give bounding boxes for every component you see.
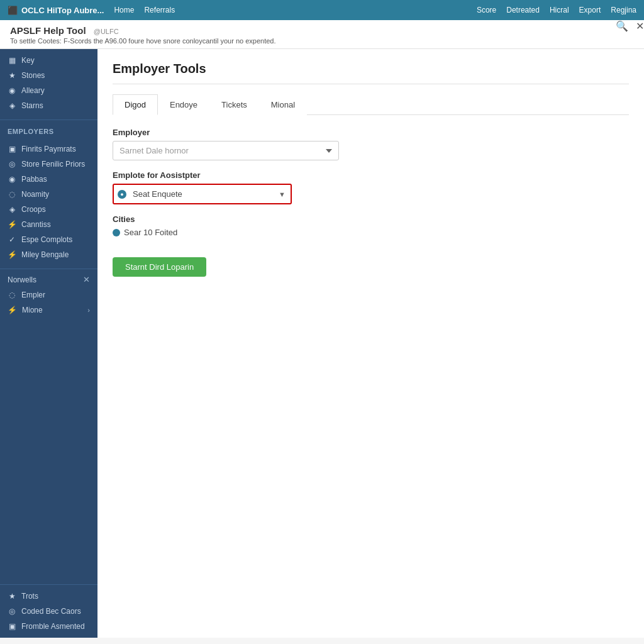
tabs-container: Digod Endoye Tickets Mional: [113, 94, 629, 115]
sidebar-label-alleary: Alleary: [21, 86, 45, 95]
empler-icon: ◌: [8, 291, 16, 299]
noamity-icon: ◌: [8, 190, 16, 199]
sidebar-item-store[interactable]: ◎ Store Fenilic Priors: [0, 157, 97, 172]
sidebar-label-key: Key: [21, 56, 35, 65]
sidebar-item-finrits[interactable]: ▣ Finrits Paymrats: [0, 142, 97, 157]
sidebar-label-stones: Stones: [21, 71, 45, 80]
sidebar-item-coded[interactable]: ◎ Coded Bec Caors: [0, 604, 97, 619]
employers-section-header: Employers: [0, 123, 97, 138]
tab-digod[interactable]: Digod: [113, 94, 158, 115]
sidebar-item-noamity[interactable]: ◌ Noamity: [0, 187, 97, 202]
brand-logo: ⬛ OCLC HilTop Aubre...: [8, 6, 104, 15]
sidebar-label-fromble: Fromble Asmented: [21, 622, 85, 631]
nav-score[interactable]: Score: [477, 6, 496, 14]
cities-field-section: Cities Sear 10 Foited: [113, 214, 629, 237]
close-icon[interactable]: ✕: [636, 20, 644, 32]
trots-icon: ★: [8, 592, 16, 601]
mione-arrow-icon: ›: [87, 306, 90, 314]
croops-icon: ◈: [8, 205, 16, 214]
coded-icon: ◎: [8, 607, 16, 616]
finrits-icon: ▣: [8, 145, 16, 153]
employer-field-section: Employer Sarnet Dale hornor: [113, 128, 629, 160]
pabbas-icon: ◉: [8, 175, 16, 184]
stones-icon: ★: [8, 71, 16, 80]
sidebar-item-croops[interactable]: ◈ Croops: [0, 202, 97, 217]
cities-value: Sear 10 Foited: [124, 228, 177, 237]
sidebar-main-section: ▦ Key ★ Stones ◉ Alleary ◈ Starns: [0, 49, 97, 117]
sidebar-label-finrits: Finrits Paymrats: [21, 145, 76, 153]
sidebar-label-espe: Espe Complots: [21, 235, 72, 244]
page-divider: [113, 84, 629, 84]
sidebar-item-canntiss[interactable]: ⚡ Canntiss: [0, 217, 97, 232]
sidebar-label-empler: Empler: [21, 291, 45, 299]
mione-left: ⚡ Mione: [8, 306, 43, 314]
sidebar-label-canntiss: Canntiss: [21, 220, 51, 229]
cities-item: Sear 10 Foited: [113, 228, 629, 237]
sidebar-item-miley[interactable]: ⚡ Miley Bengale: [0, 247, 97, 262]
sidebar-employers-section: ▣ Finrits Paymrats ◎ Store Fenilic Prior…: [0, 138, 97, 266]
sidebar-item-alleary[interactable]: ◉ Alleary: [0, 83, 97, 98]
nav-referrals[interactable]: Referrals: [144, 6, 175, 14]
employee-field-section: Emplote for Aosistpter ● Seat Enquete ▼: [113, 170, 629, 204]
sidebar-item-stones[interactable]: ★ Stones: [0, 68, 97, 83]
employee-select[interactable]: Seat Enquete: [113, 184, 292, 204]
sidebar-item-empler[interactable]: ◌ Empler: [0, 287, 97, 303]
employer-label: Employer: [113, 128, 629, 137]
app-title-text: APSLF Help Tool: [10, 25, 86, 36]
sidebar-item-mione[interactable]: ⚡ Mione ›: [0, 303, 97, 318]
submit-button[interactable]: Starnt Dird Loparin: [113, 257, 206, 277]
top-nav-right: Score Detreated Hicral Export Regjina: [477, 6, 636, 14]
brand-name: OCLC HilTop Aubre...: [21, 6, 104, 15]
norwells-label: Norwells: [8, 275, 36, 284]
norwells-close-button[interactable]: ✕: [83, 275, 90, 284]
nav-regjina[interactable]: Regjina: [611, 6, 636, 14]
app-subtitle: To settle Cootes: F-Scords the A96.00 fo…: [10, 37, 634, 45]
alleary-icon: ◉: [8, 86, 16, 95]
employee-label: Emplote for Aosistpter: [113, 170, 629, 180]
nav-hicral[interactable]: Hicral: [550, 6, 569, 14]
sidebar-item-pabbas[interactable]: ◉ Pabbas: [0, 172, 97, 187]
cities-label: Cities: [113, 214, 629, 224]
sidebar-label-croops: Croops: [21, 205, 46, 214]
employer-select[interactable]: Sarnet Dale hornor: [113, 141, 339, 160]
tab-tickets[interactable]: Tickets: [209, 94, 259, 115]
nav-detreated[interactable]: Detreated: [506, 6, 540, 14]
search-icon[interactable]: 🔍: [616, 20, 628, 32]
sidebar-item-key[interactable]: ▦ Key: [0, 53, 97, 68]
store-icon: ◎: [8, 160, 16, 169]
fromble-icon: ▣: [8, 622, 16, 631]
sidebar-label-starns: Starns: [21, 101, 43, 110]
mione-icon: ⚡: [8, 306, 17, 314]
sidebar-label-mione: Mione: [22, 306, 43, 314]
tab-endoye[interactable]: Endoye: [158, 94, 209, 115]
sidebar-label-store: Store Fenilic Priors: [21, 160, 85, 169]
tab-mional[interactable]: Mional: [259, 94, 307, 115]
nav-export[interactable]: Export: [579, 6, 601, 14]
sidebar-item-starns[interactable]: ◈ Starns: [0, 98, 97, 113]
page-title: Employer Tools: [113, 62, 629, 76]
miley-icon: ⚡: [8, 250, 16, 259]
sidebar-item-trots[interactable]: ★ Trots: [0, 589, 97, 604]
app-badge: @ULFC: [94, 28, 119, 35]
norwells-row: Norwells ✕: [0, 272, 97, 287]
nav-home[interactable]: Home: [114, 6, 134, 14]
canntiss-icon: ⚡: [8, 220, 16, 229]
sidebar-label-coded: Coded Bec Caors: [21, 607, 81, 616]
sidebar-item-fromble[interactable]: ▣ Fromble Asmented: [0, 619, 97, 634]
main-layout: ▦ Key ★ Stones ◉ Alleary ◈ Starns Employ…: [0, 49, 644, 638]
app-title: APSLF Help Tool @ULFC: [10, 25, 634, 36]
brand-icon: ⬛: [8, 6, 18, 15]
main-content: Employer Tools Digod Endoye Tickets Mion…: [97, 49, 644, 638]
sidebar-label-miley: Miley Bengale: [21, 250, 69, 259]
top-nav: ⬛ OCLC HilTop Aubre... Home Referrals Sc…: [0, 0, 644, 20]
top-nav-left: ⬛ OCLC HilTop Aubre... Home Referrals: [8, 6, 175, 15]
sidebar-footer: ★ Trots ◎ Coded Bec Caors ▣ Fromble Asme…: [0, 584, 97, 638]
header-actions: 🔍 ✕: [616, 20, 644, 32]
app-header: 🔍 ✕ APSLF Help Tool @ULFC To settle Coot…: [0, 20, 644, 49]
cities-dot-icon: [113, 229, 120, 236]
employee-select-wrapper: ● Seat Enquete ▼: [113, 184, 292, 204]
starns-icon: ◈: [8, 101, 16, 110]
sidebar-label-noamity: Noamity: [21, 190, 49, 199]
sidebar-label-pabbas: Pabbas: [21, 175, 47, 184]
sidebar-item-espe[interactable]: ✓ Espe Complots: [0, 232, 97, 247]
